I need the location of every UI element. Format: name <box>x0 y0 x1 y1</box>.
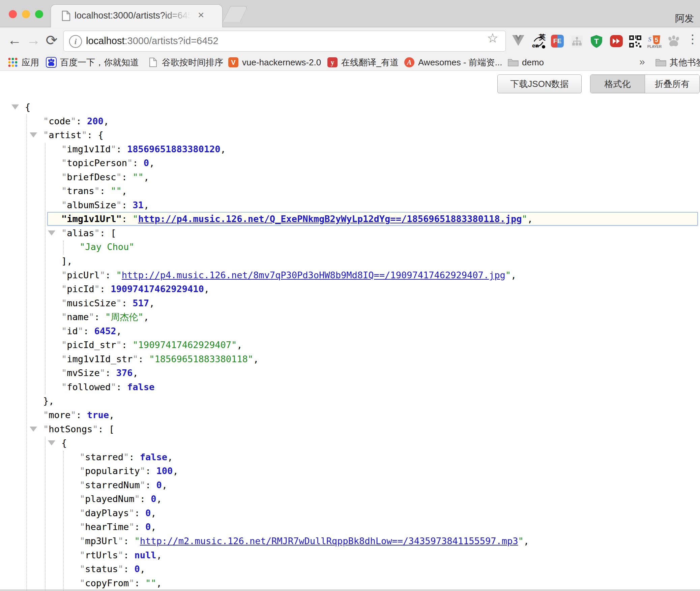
json-value-number: 6452 <box>94 326 116 336</box>
json-value-number: 100 <box>156 466 173 476</box>
bookmark-youdao[interactable]: y 在线翻译_有道 <box>327 57 399 68</box>
json-line: "img1v1Id": 18569651883380120, <box>0 142 700 156</box>
json-value-url-link[interactable]: http://m2.music.126.net/RMJR7wDullRqppBk… <box>140 536 518 546</box>
json-line: "dayPlays": 0, <box>0 506 700 520</box>
bookmark-awesomes[interactable]: A Awesomes - 前端资... <box>404 57 502 68</box>
json-key: name <box>67 312 89 322</box>
json-line: "picId": 19097417462929410, <box>0 282 700 296</box>
json-line: "copyFrom": "", <box>0 576 700 590</box>
reload-button[interactable]: ⟳ <box>43 32 60 49</box>
page-icon <box>62 10 70 21</box>
fast-forward-extension-icon[interactable] <box>610 35 622 48</box>
json-key: img1v1Url <box>67 214 116 224</box>
bookmark-folder-demo[interactable]: demo <box>508 57 544 68</box>
url-host: localhost <box>86 35 124 46</box>
bookmarks-bar: 应用 百度一下，你就知道 谷歌按时间排序 V vue-hackernews-2.… <box>0 54 700 71</box>
window-close-button[interactable] <box>9 10 17 18</box>
json-key: trans <box>67 186 94 196</box>
url-text[interactable]: localhost:3000/artists?id=6452 <box>86 35 218 46</box>
json-key: picId <box>67 284 94 294</box>
window-minimize-button[interactable] <box>22 10 30 18</box>
back-button[interactable]: ← <box>6 32 23 48</box>
collapse-toggle-icon[interactable] <box>48 440 55 445</box>
html5-player-extension-icon[interactable]: S 5 PLAYER <box>647 34 660 47</box>
bookmark-label: 在线翻译_有道 <box>341 57 399 68</box>
json-line: "musicSize": 517, <box>0 296 700 310</box>
json-value-url-link[interactable]: http://p4.music.126.net/Q_ExePNkmgB2yWyL… <box>138 214 522 224</box>
bookmark-label: vue-hackernews-2.0 <box>242 57 321 68</box>
bookmark-google-sort[interactable]: 谷歌按时间排序 <box>148 57 223 68</box>
json-line: "albumSize": 31, <box>0 198 700 212</box>
fe-extension-icon[interactable]: FE <box>551 35 564 48</box>
bookmark-star-icon[interactable]: ☆ <box>487 31 498 45</box>
tab-close-icon[interactable]: × <box>194 9 208 21</box>
json-value-number: 0 <box>145 522 151 532</box>
baidu-paw-icon <box>46 57 57 68</box>
json-line: "mp3Url": "http://m2.music.126.net/RMJR7… <box>0 534 700 548</box>
json-key: mp3Url <box>85 536 118 546</box>
json-line: "id": 6452, <box>0 324 700 338</box>
collapse-toggle-icon[interactable] <box>48 230 55 236</box>
json-key: img1v1Id_str <box>67 354 133 364</box>
other-bookmarks-folder[interactable]: 其他书签 <box>655 57 700 68</box>
format-button[interactable]: 格式化 <box>590 75 645 93</box>
json-key: hotSongs <box>49 424 92 434</box>
json-line: "code": 200, <box>0 114 700 128</box>
window-bottom-edge <box>0 589 700 591</box>
paw-extension-icon[interactable] <box>667 35 680 48</box>
json-line: "starred": false, <box>0 450 700 464</box>
indent-guide <box>63 451 64 591</box>
browser-tab[interactable]: localhost:3000/artists?id=645 × <box>51 4 223 28</box>
bookmarks-overflow-chevron[interactable]: » <box>639 56 645 67</box>
collapse-toggle-icon[interactable] <box>11 104 19 110</box>
json-line: "starredNum": 0, <box>0 478 700 492</box>
json-line: "topicPerson": 0, <box>0 156 700 170</box>
window-zoom-button[interactable] <box>35 10 43 18</box>
bookmark-label: 应用 <box>22 57 39 68</box>
json-key: followed <box>67 382 111 392</box>
new-tab-button[interactable] <box>223 6 248 22</box>
json-value-number: 0 <box>144 158 149 168</box>
json-value-number: 19097417462929410 <box>111 284 204 294</box>
collapse-toggle-icon[interactable] <box>30 132 37 137</box>
profile-name[interactable]: 阿发 <box>675 12 694 25</box>
json-value-number: 517 <box>133 298 149 308</box>
json-line: "playedNum": 0, <box>0 492 700 506</box>
collapse-toggle-icon[interactable] <box>30 427 37 432</box>
vue-devtools-extension-icon[interactable] <box>512 35 525 48</box>
bookmark-apps[interactable]: 应用 <box>7 57 39 68</box>
indent-guide <box>45 437 46 591</box>
page-info-icon[interactable]: i <box>69 35 82 48</box>
bookmark-vue-hackernews[interactable]: V vue-hackernews-2.0 <box>228 57 321 68</box>
json-key: code <box>49 116 70 126</box>
tampermonkey-shield-extension-icon[interactable]: T <box>590 35 603 48</box>
json-value-string: "" <box>111 186 122 196</box>
translate-extension-icon[interactable]: 英 en <box>531 33 544 46</box>
address-bar[interactable]: i localhost:3000/artists?id=6452 <box>63 31 506 52</box>
collapse-all-button[interactable]: 折叠所有 <box>645 75 699 93</box>
folder-icon <box>655 57 666 68</box>
awesomes-icon: A <box>404 57 415 68</box>
download-json-button[interactable]: 下载JSON数据 <box>497 74 582 93</box>
json-key: more <box>49 410 70 420</box>
sitemap-extension-icon[interactable] <box>571 35 583 48</box>
json-value-url-link[interactable]: http://p4.music.126.net/8mv7qP30Pd3oHW8b… <box>122 270 505 280</box>
json-line: "popularity": 100, <box>0 464 700 478</box>
indent-guide <box>26 115 27 591</box>
json-key: hearTime <box>85 522 129 532</box>
indent-guide <box>63 241 64 254</box>
json-value-string: "周杰伦" <box>105 312 144 322</box>
json-line: { <box>0 100 700 114</box>
json-value-number: null <box>135 550 156 560</box>
json-value-number: 200 <box>87 116 104 126</box>
json-key: img1v1Id <box>67 144 111 154</box>
json-value-number: false <box>140 452 167 462</box>
vue-orange-icon: V <box>228 57 239 68</box>
bookmark-baidu[interactable]: 百度一下，你就知道 <box>46 57 139 68</box>
qr-code-extension-icon[interactable] <box>629 35 641 48</box>
json-key: picId_str <box>67 340 116 350</box>
browser-menu-icon[interactable]: ⋮ <box>687 32 699 46</box>
json-value-number: true <box>87 410 109 420</box>
indent-guide <box>45 143 46 394</box>
json-line: "name": "周杰伦", <box>0 310 700 324</box>
